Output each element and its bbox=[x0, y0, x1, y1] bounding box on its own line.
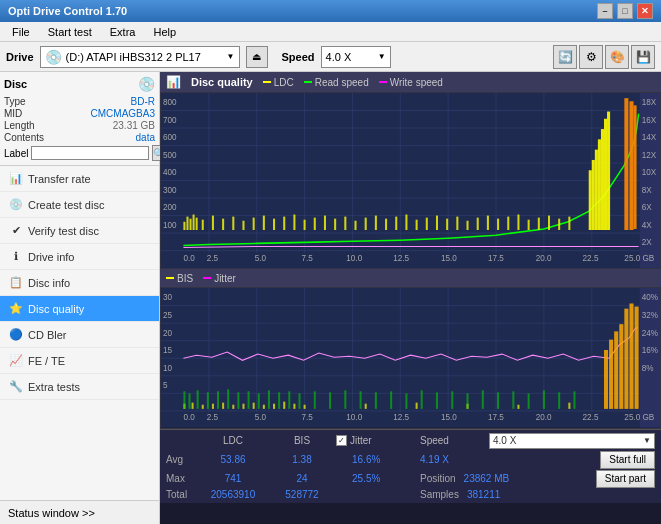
svg-rect-146 bbox=[242, 404, 244, 409]
title-bar: Opti Drive Control 1.70 – □ ✕ bbox=[0, 0, 661, 22]
menu-start-test[interactable]: Start test bbox=[40, 24, 100, 40]
svg-rect-165 bbox=[248, 391, 250, 409]
svg-text:10.0: 10.0 bbox=[346, 413, 362, 422]
nav-item-disc-quality[interactable]: ⭐ Disc quality bbox=[0, 296, 159, 322]
start-part-button[interactable]: Start part bbox=[596, 470, 655, 488]
max-row: Max 741 24 25.5% Position 23862 MB Start… bbox=[166, 470, 655, 488]
nav-item-disc-info[interactable]: 📋 Disc info bbox=[0, 270, 159, 296]
svg-rect-179 bbox=[436, 392, 438, 409]
svg-rect-166 bbox=[258, 393, 260, 408]
svg-text:10: 10 bbox=[163, 364, 172, 373]
eject-button[interactable]: ⏏ bbox=[246, 46, 268, 68]
svg-rect-64 bbox=[314, 218, 316, 230]
nav-item-cd-bler-label: CD Bler bbox=[28, 329, 67, 341]
menu-extra[interactable]: Extra bbox=[102, 24, 144, 40]
svg-text:30: 30 bbox=[163, 293, 172, 302]
svg-rect-149 bbox=[273, 404, 275, 409]
svg-rect-162 bbox=[217, 391, 219, 409]
svg-text:7.5: 7.5 bbox=[302, 413, 314, 422]
sidebar: Disc 💿 Type BD-R MID CMCMAGBA3 Length 23… bbox=[0, 72, 160, 524]
main-content: 📊 Disc quality LDC Read speed Write spee… bbox=[160, 72, 661, 524]
svg-rect-98 bbox=[629, 101, 633, 230]
svg-text:6X: 6X bbox=[642, 203, 652, 212]
disc-label-input[interactable] bbox=[31, 146, 149, 160]
fe-te-icon: 📈 bbox=[8, 353, 24, 369]
mid-value: CMCMAGBA3 bbox=[91, 108, 155, 119]
svg-rect-86 bbox=[538, 218, 540, 230]
svg-text:7.5: 7.5 bbox=[302, 254, 314, 263]
minimize-button[interactable]: – bbox=[597, 3, 613, 19]
svg-rect-190 bbox=[609, 340, 613, 409]
chart-title: Disc quality bbox=[191, 76, 253, 88]
cd-bler-icon: 🔵 bbox=[8, 327, 24, 343]
svg-rect-191 bbox=[614, 331, 618, 408]
menu-file[interactable]: File bbox=[4, 24, 38, 40]
drive-value: (D:) ATAPI iHBS312 2 PL17 bbox=[66, 51, 223, 63]
legend-write-speed: Write speed bbox=[379, 77, 443, 88]
lower-chart-header: BIS Jitter bbox=[160, 269, 661, 287]
svg-rect-78 bbox=[456, 217, 458, 230]
nav-item-verify-test-disc[interactable]: ✔ Verify test disc bbox=[0, 218, 159, 244]
svg-rect-178 bbox=[421, 390, 423, 409]
speed-col-header: Speed bbox=[420, 435, 485, 446]
svg-text:20.0: 20.0 bbox=[536, 413, 552, 422]
svg-rect-69 bbox=[365, 218, 367, 230]
svg-text:17.5: 17.5 bbox=[488, 413, 504, 422]
svg-text:25: 25 bbox=[163, 311, 172, 320]
nav-item-disc-info-label: Disc info bbox=[28, 277, 70, 289]
drive-selector[interactable]: 💿 (D:) ATAPI iHBS312 2 PL17 ▼ bbox=[40, 46, 240, 68]
menu-help[interactable]: Help bbox=[145, 24, 184, 40]
transfer-rate-icon: 📊 bbox=[8, 171, 24, 187]
start-full-button[interactable]: Start full bbox=[600, 451, 655, 469]
nav-item-create-test-disc[interactable]: 💿 Create test disc bbox=[0, 192, 159, 218]
svg-rect-159 bbox=[188, 393, 190, 408]
svg-rect-188 bbox=[573, 391, 575, 409]
svg-rect-194 bbox=[629, 304, 633, 409]
svg-rect-96 bbox=[607, 112, 610, 230]
svg-rect-184 bbox=[512, 391, 514, 409]
close-button[interactable]: ✕ bbox=[637, 3, 653, 19]
ldc-col-header: LDC bbox=[198, 435, 268, 446]
svg-text:300: 300 bbox=[163, 186, 177, 195]
svg-rect-160 bbox=[197, 390, 199, 409]
nav-item-cd-bler[interactable]: 🔵 CD Bler bbox=[0, 322, 159, 348]
svg-text:2.5: 2.5 bbox=[207, 413, 219, 422]
svg-text:8X: 8X bbox=[642, 186, 652, 195]
create-test-disc-icon: 💿 bbox=[8, 197, 24, 213]
speed-selector[interactable]: 4.0 X ▼ bbox=[321, 46, 391, 68]
speed-dropdown[interactable]: 4.0 X ▼ bbox=[489, 433, 655, 449]
svg-text:20.0: 20.0 bbox=[536, 254, 552, 263]
palette-button[interactable]: 🎨 bbox=[605, 45, 629, 69]
total-label: Total bbox=[166, 489, 194, 500]
svg-text:2X: 2X bbox=[642, 238, 652, 247]
svg-text:16X: 16X bbox=[642, 116, 657, 125]
save-button[interactable]: 💾 bbox=[631, 45, 655, 69]
svg-text:5.0: 5.0 bbox=[255, 413, 267, 422]
disc-label-label: Label bbox=[4, 148, 28, 159]
ldc-legend-dot bbox=[263, 81, 271, 83]
mid-label: MID bbox=[4, 108, 22, 119]
svg-rect-180 bbox=[451, 391, 453, 409]
nav-item-drive-info[interactable]: ℹ Drive info bbox=[0, 244, 159, 270]
svg-rect-164 bbox=[237, 392, 239, 409]
status-window[interactable]: Status window >> bbox=[0, 500, 159, 524]
svg-rect-161 bbox=[207, 392, 209, 409]
svg-rect-193 bbox=[624, 309, 628, 409]
svg-rect-181 bbox=[467, 393, 469, 408]
ldc-legend-label: LDC bbox=[274, 77, 294, 88]
refresh-button[interactable]: 🔄 bbox=[553, 45, 577, 69]
maximize-button[interactable]: □ bbox=[617, 3, 633, 19]
svg-rect-94 bbox=[601, 129, 604, 230]
settings-button[interactable]: ⚙ bbox=[579, 45, 603, 69]
svg-text:16%: 16% bbox=[642, 346, 658, 355]
svg-rect-52 bbox=[196, 218, 198, 230]
chart-header-icon: 📊 bbox=[166, 75, 181, 89]
nav-item-transfer-rate[interactable]: 📊 Transfer rate bbox=[0, 166, 159, 192]
svg-rect-70 bbox=[375, 216, 377, 230]
jitter-checkbox[interactable]: ✓ bbox=[336, 435, 347, 446]
nav-item-create-test-disc-label: Create test disc bbox=[28, 199, 104, 211]
stats-area: LDC BIS ✓ Jitter Speed 4.0 X ▼ Avg 53.86… bbox=[160, 429, 661, 503]
nav-item-fe-te[interactable]: 📈 FE / TE bbox=[0, 348, 159, 374]
nav-item-extra-tests[interactable]: 🔧 Extra tests bbox=[0, 374, 159, 400]
svg-rect-192 bbox=[619, 324, 623, 409]
